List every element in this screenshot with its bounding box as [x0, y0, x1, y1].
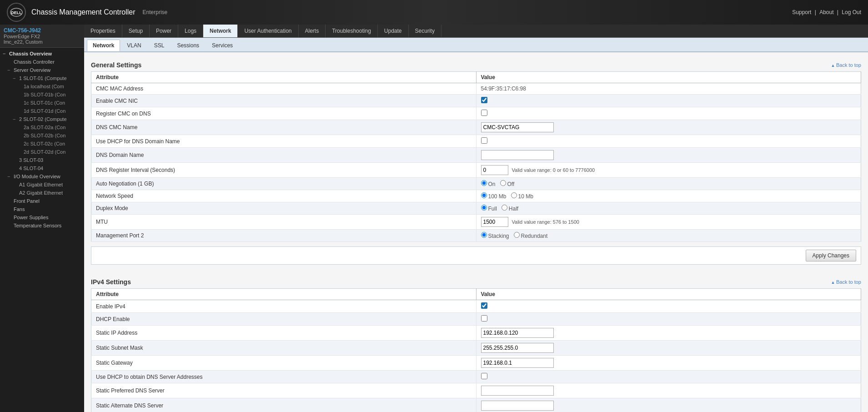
general-value-1	[476, 95, 861, 107]
table-row: Use DHCP to obtain DNS Server Addresses	[91, 371, 861, 383]
tab-primary-network[interactable]: Network	[203, 25, 238, 37]
table-row: Network Speed100 Mb10 Mb	[91, 190, 861, 202]
edition-label: Enterprise	[143, 9, 168, 15]
general-radio-label-11-Redundant[interactable]: Redundant	[514, 233, 548, 239]
sidebar-item-3[interactable]: −1 SLOT-01 (Compute	[0, 74, 84, 82]
sidebar-item-15[interactable]: −I/O Module Overview	[0, 172, 84, 181]
tab-primary-properties[interactable]: Properties	[84, 25, 122, 37]
sidebar-item-4[interactable]: 1a localhost (Com	[0, 82, 84, 90]
tab-primary-troubleshooting[interactable]: Troubleshooting	[326, 25, 378, 37]
tab-primary-logs[interactable]: Logs	[178, 25, 203, 37]
general-checkbox-1[interactable]	[481, 97, 487, 103]
tab-secondary-sessions[interactable]: Sessions	[171, 40, 205, 51]
ipv4-back-to-top[interactable]: Back to top	[831, 279, 861, 285]
sidebar-item-19[interactable]: Fans	[0, 205, 84, 213]
sidebar-item-2[interactable]: −Server Overview	[0, 66, 84, 74]
expand-icon-15: −	[7, 174, 14, 179]
sidebar-item-13[interactable]: 3 SLOT-03	[0, 156, 84, 164]
nav-sep2: |	[837, 9, 840, 15]
general-apply-button[interactable]: Apply Changes	[806, 250, 856, 261]
sidebar-item-6[interactable]: 1c SLOT-01c (Con	[0, 99, 84, 107]
table-row: Enable IPv4	[91, 300, 861, 313]
sidebar-item-1[interactable]: Chassis Controller	[0, 58, 84, 66]
ipv4-checkbox-5[interactable]	[481, 373, 487, 379]
general-radio-7-On[interactable]	[481, 180, 487, 186]
general-radio-label-9-Full[interactable]: Full	[481, 206, 497, 212]
general-radio-8-10-Mb[interactable]	[511, 192, 517, 198]
general-input-6[interactable]	[481, 165, 508, 175]
general-value-8: 100 Mb10 Mb	[476, 190, 861, 202]
sidebar-item-0[interactable]: −Chassis Overview	[0, 50, 84, 58]
sidebar-item-18[interactable]: Front Panel	[0, 197, 84, 205]
general-radio-label-9-Half[interactable]: Half	[502, 206, 518, 212]
ipv4-checkbox-1[interactable]	[481, 315, 487, 322]
tab-secondary-ssl[interactable]: SSL	[148, 40, 171, 51]
sidebar-item-16[interactable]: A1 Gigabit Ethernet	[0, 181, 84, 189]
sidebar-item-8[interactable]: −2 SLOT-02 (Compute	[0, 115, 84, 123]
general-input-5[interactable]	[481, 150, 554, 160]
general-back-to-top[interactable]: Back to top	[831, 62, 861, 68]
general-radio-label-7-On[interactable]: On	[481, 181, 496, 187]
secondary-tab-bar: NetworkVLANSSLSessionsServices	[84, 38, 868, 52]
general-radio-label-8-10-Mb[interactable]: 10 Mb	[511, 193, 533, 200]
sidebar-item-5[interactable]: 1b SLOT-01b (Con	[0, 90, 84, 99]
sidebar-item-14[interactable]: 4 SLOT-04	[0, 164, 84, 172]
table-row: DNS CMC Name	[91, 120, 861, 135]
general-static-0: 54:9F:35:17:C6:98	[481, 85, 526, 92]
logout-link[interactable]: Log Out	[842, 9, 861, 15]
ipv4-input-7[interactable]	[481, 401, 554, 411]
general-radio-9-Half[interactable]	[502, 205, 507, 211]
sidebar-item-21[interactable]: Temperature Sensors	[0, 221, 84, 230]
sidebar-item-20[interactable]: Power Supplies	[0, 213, 84, 221]
ipv4-value-7	[476, 398, 861, 412]
table-row: Use DHCP for DNS Domain Name	[91, 135, 861, 148]
table-row: Static Alternate DNS Server	[91, 398, 861, 412]
general-checkbox-2[interactable]	[481, 110, 487, 116]
ipv4-input-3[interactable]	[481, 343, 554, 353]
sidebar-item-9[interactable]: 2a SLOT-02a (Con	[0, 123, 84, 131]
general-value-7: OnOff	[476, 178, 861, 190]
ipv4-attr-4: Static Gateway	[91, 356, 477, 371]
dell-logo: DELL	[7, 3, 26, 22]
tab-secondary-vlan[interactable]: VLAN	[121, 40, 147, 51]
general-radio-7-Off[interactable]	[500, 180, 506, 186]
general-checkbox-4[interactable]	[481, 137, 487, 144]
general-radio-label-8-100-Mb[interactable]: 100 Mb	[481, 193, 507, 200]
tab-secondary-services[interactable]: Services	[206, 40, 239, 51]
ipv4-checkbox-0[interactable]	[481, 302, 487, 309]
table-row: Enable CMC NIC	[91, 95, 861, 107]
app-title: Chassis Management Controller	[31, 8, 135, 16]
general-input-10[interactable]	[481, 217, 508, 227]
sidebar-item-11[interactable]: 2c SLOT-02c (Con	[0, 140, 84, 148]
ipv4-value-6	[476, 383, 861, 398]
tab-secondary-network[interactable]: Network	[87, 40, 120, 51]
sidebar-item-7[interactable]: 1d SLOT-01d (Con	[0, 107, 84, 115]
general-radio-11-Redundant[interactable]	[514, 232, 520, 238]
sidebar-item-12[interactable]: 2d SLOT-02d (Con	[0, 148, 84, 156]
tab-primary-power[interactable]: Power	[150, 25, 178, 37]
general-radio-9-Full[interactable]	[481, 205, 487, 211]
tab-primary-user-authentication[interactable]: User Authentication	[238, 25, 298, 37]
content-area: PropertiesSetupPowerLogsNetworkUser Auth…	[84, 25, 868, 412]
tab-primary-alerts[interactable]: Alerts	[299, 25, 326, 37]
tab-primary-security[interactable]: Security	[409, 25, 442, 37]
general-radio-8-100-Mb[interactable]	[481, 192, 487, 198]
ipv4-value-0	[476, 300, 861, 313]
general-radio-label-7-Off[interactable]: Off	[500, 181, 515, 187]
general-attr-4: Use DHCP for DNS Domain Name	[91, 135, 477, 148]
ipv4-input-6[interactable]	[481, 386, 554, 396]
ipv4-attr-header: Attribute	[91, 289, 477, 300]
general-input-3[interactable]	[481, 122, 554, 132]
device-custom: lmc_e22, Custom	[4, 39, 80, 45]
tab-primary-update[interactable]: Update	[378, 25, 409, 37]
support-link[interactable]: Support	[792, 9, 811, 15]
about-link[interactable]: About	[819, 9, 833, 15]
ipv4-input-4[interactable]	[481, 358, 554, 368]
sidebar-item-10[interactable]: 2b SLOT-02b (Con	[0, 131, 84, 140]
tab-primary-setup[interactable]: Setup	[122, 25, 150, 37]
general-radio-label-11-Stacking[interactable]: Stacking	[481, 233, 509, 239]
nav-sep1: |	[815, 9, 818, 15]
sidebar-item-17[interactable]: A2 Gigabit Ethernet	[0, 189, 84, 197]
ipv4-input-2[interactable]	[481, 328, 554, 338]
general-radio-11-Stacking[interactable]	[481, 232, 487, 238]
